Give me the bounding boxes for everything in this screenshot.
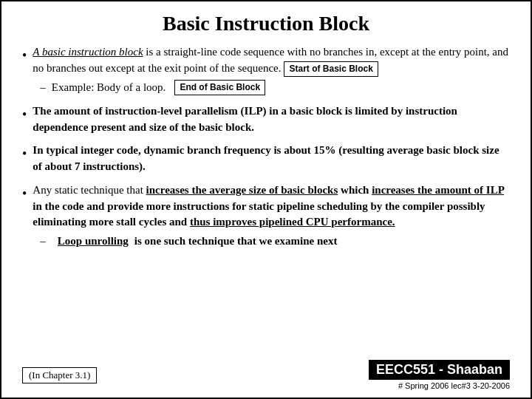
sub-dash-4: – [40, 233, 46, 250]
bullet-item-2: • The amount of instruction-level parall… [22, 103, 510, 136]
bullet4-p1: Any static technique that [33, 184, 146, 196]
bullet4-p6: thus improves pipelined CPU performance. [190, 216, 395, 228]
bullet-dot-3: • [22, 144, 27, 163]
bullet-text-4: Any static technique that increases the … [33, 183, 510, 250]
bullet-dot-2: • [22, 105, 27, 124]
sub-bullet-4-p2: Loop unrolling [58, 233, 129, 250]
footer-chapter: (In Chapter 3.1) [22, 367, 97, 383]
footer-name: EECC551 - Shaaban [369, 360, 510, 380]
sub-bullet-1: – Example: Body of a loop. End of Basic … [40, 80, 510, 96]
bullet4-p3: which [338, 184, 372, 196]
bullet-dot-1: • [22, 46, 27, 65]
end-of-basic-block-label: End of Basic Block [174, 80, 265, 95]
slide: Basic Instruction Block • A basic instru… [0, 0, 532, 399]
bullet1-italic: A basic instruction block [33, 46, 143, 58]
bullet-text-1: A basic instruction block is a straight-… [33, 44, 510, 96]
bullet4-p2: increases the average size of basic bloc… [146, 184, 338, 196]
bullet-dot-4: • [22, 184, 27, 203]
bullet-item-4: • Any static technique that increases th… [22, 183, 510, 250]
bullet-item-3: • In typical integer code, dynamic branc… [22, 143, 510, 175]
bullet-text-2: The amount of instruction-level parallel… [33, 103, 510, 136]
bullet4-p4: increases the amount of ILP [372, 184, 504, 196]
footer-right: EECC551 - Shaaban # Spring 2006 lec#3 3-… [369, 360, 510, 390]
sub-bullet-4: – Loop unrolling is one such technique t… [40, 233, 510, 250]
sub-bullet-4-p3: is one such technique that we examine ne… [134, 233, 338, 250]
footer: (In Chapter 3.1) EECC551 - Shaaban # Spr… [22, 357, 510, 390]
bullet-text-3: In typical integer code, dynamic branch … [33, 143, 510, 175]
start-of-basic-block-label: Start of Basic Block [284, 61, 378, 77]
footer-date: # Spring 2006 lec#3 3-20-2006 [398, 381, 510, 390]
bullet-item-1: • A basic instruction block is a straigh… [22, 44, 510, 96]
sub-dash-1: – [40, 80, 46, 96]
content-area: • A basic instruction block is a straigh… [22, 44, 510, 351]
sub-bullet-1-text: Example: Body of a loop. [52, 80, 166, 96]
slide-title: Basic Instruction Block [22, 12, 510, 35]
